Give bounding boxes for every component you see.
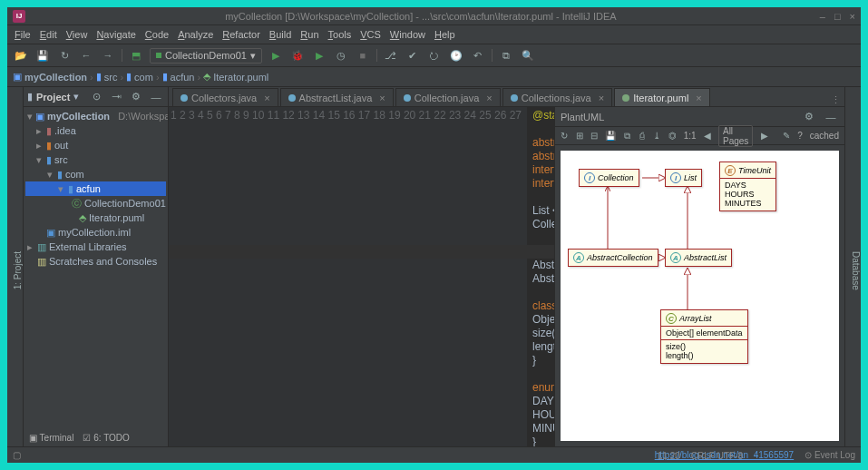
breadcrumb-acfun[interactable]: ▮acfun	[162, 71, 195, 83]
uml-abstractlist: AbstractList	[684, 253, 727, 262]
menu-refactor[interactable]: Refactor	[222, 29, 260, 40]
breadcrumb-file[interactable]: ⬘Iterator.puml	[203, 71, 268, 83]
menu-code[interactable]: Code	[145, 29, 169, 40]
menu-view[interactable]: View	[66, 29, 88, 40]
uml-collection: Collection	[598, 173, 634, 182]
tree-src[interactable]: ▾▮src	[25, 152, 166, 167]
close-tab-icon[interactable]: ×	[379, 93, 385, 103]
plantuml-diagram[interactable]: ICollection IList ETimeUnitDAYS HOURS MI…	[561, 151, 839, 441]
editor-tab[interactable]: Collectors.java×	[172, 88, 278, 106]
menu-build[interactable]: Build	[269, 29, 291, 40]
tree-acfun[interactable]: ▾▮acfun	[25, 181, 166, 196]
editor-tab[interactable]: AbstractList.java×	[280, 88, 394, 106]
build-icon[interactable]: ⬒	[128, 47, 144, 64]
code-content[interactable]: @startuml abstract class AbstractList ab…	[527, 107, 554, 446]
tree-iml[interactable]: ▣myCollection.iml	[25, 225, 166, 240]
vcs-icon[interactable]: ⎇	[383, 47, 399, 64]
tree-root[interactable]: ▾▣myCollection D:\Workspace\myColle	[25, 109, 166, 123]
editor-tab[interactable]: Collection.java×	[395, 88, 501, 106]
page-selector[interactable]: All Pages	[718, 125, 753, 147]
gear-icon[interactable]: ⚙	[801, 109, 817, 125]
menu-analyze[interactable]: Analyze	[178, 29, 213, 40]
uml-arraylist-field: Object[] elementData	[666, 328, 743, 338]
print-icon[interactable]: ⎙	[639, 128, 646, 144]
hide-icon[interactable]: —	[823, 109, 839, 125]
menu-vcs[interactable]: VCS	[360, 29, 381, 40]
coverage-button[interactable]: ▶	[311, 47, 327, 64]
breadcrumb-root[interactable]: ▣myCollection	[13, 71, 87, 83]
back-icon[interactable]: ←	[78, 47, 94, 64]
structure-icon[interactable]: ⧉	[498, 47, 514, 64]
editor[interactable]: 1 2 3 4 5 6 7 8 9 10 11 12 13 14 15 16 1…	[169, 107, 554, 446]
tree-out[interactable]: ▸▮out	[25, 138, 166, 152]
settings-icon[interactable]: ⏣	[668, 128, 677, 144]
update-icon[interactable]: ⭮	[426, 47, 443, 64]
hide-icon[interactable]: —	[148, 89, 164, 105]
editor-tab[interactable]: Iterator.puml×	[614, 88, 710, 106]
revert-icon[interactable]: ↶	[470, 47, 486, 64]
zoom-in-icon[interactable]: ⊞	[575, 128, 582, 144]
close-tab-icon[interactable]: ×	[264, 93, 269, 103]
refresh-icon[interactable]: ↻	[561, 128, 568, 144]
refresh-icon[interactable]: ↻	[56, 47, 73, 64]
tree-iter[interactable]: ⬘Iterator.puml	[25, 211, 166, 225]
maximize-button[interactable]: □	[834, 11, 841, 22]
menu-help[interactable]: Help	[434, 29, 455, 40]
help-icon[interactable]: ?	[797, 131, 803, 141]
chevron-down-icon[interactable]: ▾	[73, 91, 79, 103]
breadcrumb-src[interactable]: ▮src	[96, 71, 118, 83]
collapse-all-icon[interactable]: ⭲	[108, 89, 124, 105]
prev-page-icon[interactable]: ◀	[704, 128, 711, 144]
commit-icon[interactable]: ✔	[405, 47, 421, 64]
project-tool-window: ▮ Project ▾ ⊙ ⭲ ⚙ — ▾▣myCollection D:\Wo…	[24, 87, 169, 446]
status-encoding[interactable]: CRLF UTF-8	[691, 451, 743, 461]
profile-button[interactable]: ◷	[333, 47, 349, 64]
run-config-selector[interactable]: CollectionDemo01 ▾	[150, 48, 262, 64]
status-event-log[interactable]: ⊙ Event Log	[805, 450, 855, 460]
open-icon[interactable]: 📂	[13, 47, 29, 64]
editor-tab[interactable]: Collections.java×	[502, 88, 612, 106]
scroll-from-source-icon[interactable]: ⊙	[88, 89, 104, 105]
tree-idea[interactable]: ▸▮.idea	[25, 123, 166, 138]
export-icon[interactable]: ⤓	[653, 128, 660, 144]
close-tab-icon[interactable]: ×	[696, 93, 701, 103]
gear-icon[interactable]: ⚙	[128, 89, 144, 105]
module-icon: ▣	[13, 71, 22, 83]
close-tab-icon[interactable]: ×	[486, 93, 492, 103]
save-icon[interactable]: 💾	[605, 128, 616, 144]
zoom-label: 1:1	[684, 131, 697, 141]
tree-com[interactable]: ▾▮com	[25, 167, 166, 181]
tree-demo[interactable]: ⓒCollectionDemo01	[25, 196, 166, 211]
menu-edit[interactable]: Edit	[40, 29, 57, 40]
minimize-button[interactable]: –	[820, 11, 825, 22]
plantuml-tab[interactable]: PlantUML	[561, 112, 604, 122]
wand-icon[interactable]: ✎	[783, 128, 790, 144]
run-button[interactable]: ▶	[268, 47, 284, 64]
sidebar-tab-database[interactable]: Database	[851, 251, 861, 290]
menu-file[interactable]: File	[15, 29, 31, 40]
tree-external[interactable]: ▸▥External Libraries	[25, 240, 166, 254]
bottom-tab-todo[interactable]: ☑ 6: TODO	[83, 433, 129, 443]
search-icon[interactable]: 🔍	[520, 47, 536, 64]
breadcrumb-com[interactable]: ▮com	[126, 71, 153, 83]
zoom-reset-icon[interactable]: ⊟	[590, 128, 598, 144]
tree-scratches[interactable]: ▥Scratches and Consoles	[25, 254, 166, 269]
next-page-icon[interactable]: ▶	[760, 128, 767, 144]
menu-tools[interactable]: Tools	[328, 29, 352, 40]
stop-button[interactable]: ■	[355, 47, 371, 64]
close-button[interactable]: ×	[850, 11, 855, 22]
menu-window[interactable]: Window	[390, 29, 425, 40]
debug-button[interactable]: 🐞	[289, 47, 306, 64]
uml-arraylist: ArrayList	[679, 314, 712, 323]
copy-icon[interactable]: ⧉	[623, 128, 630, 144]
bottom-tab-terminal[interactable]: ▣ Terminal	[29, 433, 73, 443]
menu-navigate[interactable]: Navigate	[96, 29, 135, 40]
sidebar-tab-project[interactable]: 1: Project	[13, 251, 23, 289]
menu-run[interactable]: Run	[300, 29, 318, 40]
run-config-icon	[156, 53, 161, 58]
history-icon[interactable]: 🕑	[448, 47, 464, 64]
save-icon[interactable]: 💾	[34, 47, 51, 64]
close-tab-icon[interactable]: ×	[599, 93, 604, 103]
status-hide-icon[interactable]: ▢	[13, 450, 21, 460]
forward-icon[interactable]: →	[100, 47, 116, 64]
